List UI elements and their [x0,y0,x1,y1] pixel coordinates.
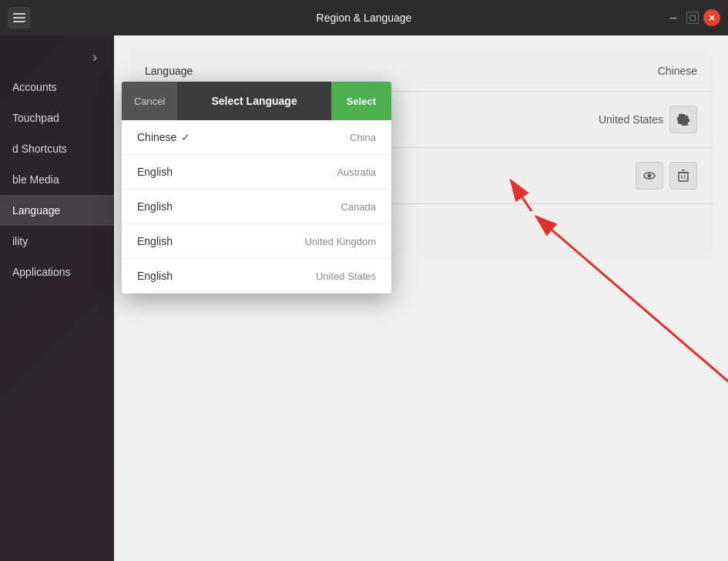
main-content: Language Chinese Formats United States [114,35,728,561]
window-title: Region & Language [317,12,412,24]
language-region-canada: Canada [341,201,376,213]
language-list: Chinese ✓ China English Australia Englis… [122,120,391,294]
modal-title: Select Language [177,95,330,107]
language-region-australia: Australia [337,166,376,178]
app-body: › Accounts Touchpad d Shortcuts ble Medi… [0,35,728,561]
sidebar-item-media[interactable]: ble Media [0,164,114,195]
formats-value: United States [599,113,663,126]
modal-cancel-button[interactable]: Cancel [122,82,177,120]
check-icon: ✓ [181,131,190,143]
sidebar-item-accounts[interactable]: Accounts [0,72,114,102]
input-delete-button[interactable] [669,162,697,190]
trash-icon [678,170,689,182]
formats-actions: United States [599,106,697,133]
eye-icon [643,170,656,182]
language-name-english-ca: English [137,200,173,213]
language-item-english-uk[interactable]: English United Kingdom [122,224,391,259]
formats-settings-icon-button[interactable] [669,106,697,133]
input-sources-actions [636,162,697,190]
hamburger-line [13,21,25,22]
input-preview-button[interactable] [636,162,663,190]
close-button[interactable]: × [703,9,720,26]
language-name-english-au: English [137,166,173,178]
sidebar-toggle-button[interactable] [8,7,31,29]
sidebar-collapse-arrow[interactable]: › [0,43,114,72]
title-bar-controls: – □ × [665,9,720,26]
language-item-english-australia[interactable]: English Australia [122,155,391,190]
sidebar: › Accounts Touchpad d Shortcuts ble Medi… [0,35,114,561]
sidebar-item-shortcuts[interactable]: d Shortcuts [0,133,114,164]
language-item-chinese-china[interactable]: Chinese ✓ China [122,120,391,155]
language-region-china: China [350,132,376,143]
modal-header: Cancel Select Language Select [122,82,391,120]
sidebar-item-language[interactable]: Language [0,195,114,226]
hamburger-line [13,17,25,18]
sidebar-item-accessibility[interactable]: ility [0,226,114,257]
language-item-english-us[interactable]: English United States [122,259,391,294]
language-name-english-us: English [137,270,173,282]
select-language-modal: Cancel Select Language Select Chinese ✓ … [122,82,391,294]
gear-icon [677,113,689,126]
language-region-uk: United Kingdom [305,236,377,247]
language-region-us: United States [316,270,376,282]
sidebar-item-applications[interactable]: Applications [0,257,114,287]
title-bar-left [8,7,31,29]
modal-select-button[interactable]: Select [331,82,391,120]
title-bar: Region & Language – □ × [0,0,728,35]
maximize-button[interactable]: □ [686,12,699,24]
language-value: Chinese [658,65,697,77]
sidebar-item-touchpad[interactable]: Touchpad [0,102,114,133]
minimize-button[interactable]: – [665,9,682,26]
language-name-english-uk: English [137,235,173,247]
svg-rect-2 [679,173,688,181]
language-name-chinese: Chinese ✓ [137,131,190,143]
svg-point-1 [648,174,652,178]
language-item-english-canada[interactable]: English Canada [122,190,391,224]
hamburger-line [13,13,25,15]
language-label: Language [145,65,193,77]
